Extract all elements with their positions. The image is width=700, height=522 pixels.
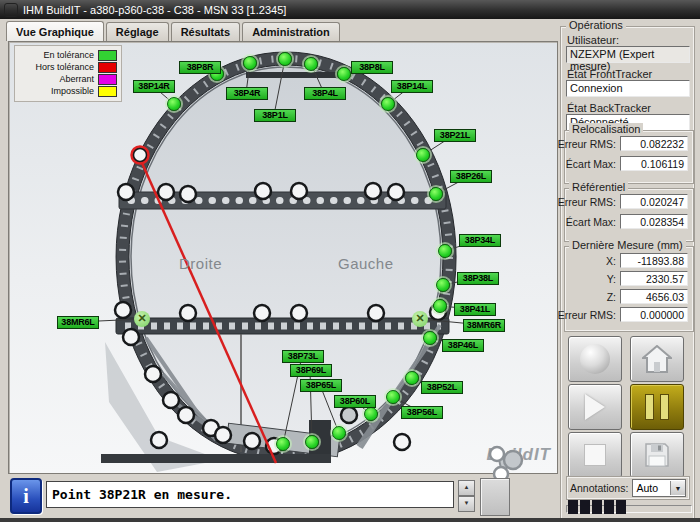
point-dot-38P4L[interactable] (304, 57, 318, 71)
point-dot-38P69L[interactable] (305, 435, 319, 449)
point-label-38P69L[interactable]: 38P69L (290, 364, 332, 377)
legend-swatch (98, 50, 117, 61)
stop-button[interactable] (568, 432, 622, 478)
point-label-38P4R[interactable]: 38P4R (226, 87, 268, 100)
legend-item: Aberrant (17, 73, 117, 85)
pause-button[interactable] (630, 384, 684, 430)
point-dot-38P34L[interactable] (438, 244, 452, 258)
legend-swatch (98, 62, 117, 73)
point-dot-38P60L[interactable] (364, 407, 378, 421)
point-dot-38P41L[interactable] (433, 299, 447, 313)
point-dot-38P46L[interactable] (423, 331, 437, 345)
point-cross-38MR6L[interactable]: ✕ (134, 311, 150, 327)
point-dot-38P4R[interactable] (243, 56, 257, 70)
ref-rms-value: 0.020247 (620, 194, 688, 209)
scroll-down-button[interactable]: ▼ (458, 496, 475, 512)
reloc-rms-label: Erreur RMS: (558, 138, 616, 150)
legend-label: Impossible (51, 86, 94, 96)
point-dot-38P52L[interactable] (405, 371, 419, 385)
status-bar: i ▲ ▼ (0, 474, 556, 518)
operations-title: Opérations (566, 19, 626, 31)
point-dot-38P56L[interactable] (386, 390, 400, 404)
point-label-38P56L[interactable]: 38P56L (401, 406, 443, 419)
point-label-38P8L[interactable]: 38P8L (351, 61, 393, 74)
annotations-box: Annotations: Auto ▼ (566, 476, 690, 500)
ref-max-value: 0.028354 (620, 214, 688, 229)
point-label-38P14R[interactable]: 38P14R (133, 80, 175, 93)
pause-icon (645, 394, 669, 420)
point-cross-38MR6R[interactable]: ✕ (412, 311, 428, 327)
floppy-icon (643, 441, 671, 469)
point-label-38P14L[interactable]: 38P14L (391, 80, 433, 93)
tab-reglage[interactable]: Réglage (106, 22, 169, 41)
ref-rms-label: Erreur RMS: (558, 196, 616, 208)
mesure-rms-label: Erreur RMS: (558, 309, 616, 321)
legend-label: En tolérance (43, 50, 94, 60)
derniere-mesure-title: Dernière Mesure (mm) (569, 239, 686, 251)
graphic-viewport[interactable]: Droite Gauche 38P14R38P8R38P4R38P1L38P4L… (8, 41, 558, 474)
status-side-button[interactable] (480, 478, 510, 516)
z-label: Z: (607, 291, 616, 303)
ref-max-label: Écart Max: (566, 216, 616, 228)
legend-item: En tolérance (17, 49, 117, 61)
point-dot-38P21L[interactable] (416, 148, 430, 162)
play-icon (585, 394, 605, 420)
point-dot-38P73L[interactable] (276, 437, 290, 451)
legend-label: Hors tolérance (35, 62, 94, 72)
point-dot-38P65L[interactable] (332, 426, 346, 440)
operations-panel: Opérations Utilisateur: NZEXPM (Expert m… (558, 18, 698, 520)
point-dot-38P8L[interactable] (337, 67, 351, 81)
point-label-38P73L[interactable]: 38P73L (282, 350, 324, 363)
reloc-max-label: Écart Max: (566, 158, 616, 170)
point-label-38P41L[interactable]: 38P41L (454, 303, 496, 316)
point-label-38P60L[interactable]: 38P60L (334, 395, 376, 408)
point-dot-38P1L[interactable] (278, 52, 292, 66)
home-button[interactable] (630, 336, 684, 382)
referentiel-title: Référentiel (569, 181, 628, 193)
point-label-38P38L[interactable]: 38P38L (457, 272, 499, 285)
window-bottom-edge (0, 518, 700, 522)
point-label-38P4L[interactable]: 38P4L (304, 87, 346, 100)
point-label-38MR6R[interactable]: 38MR6R (463, 319, 505, 332)
annotations-select[interactable]: Auto ▼ (632, 479, 686, 497)
tab-vue-graphique[interactable]: Vue Graphique (6, 21, 104, 41)
buildit-logo: BuildIT (486, 445, 551, 465)
user-label: Utilisateur: (567, 34, 619, 46)
probe-button[interactable] (568, 336, 622, 382)
play-button[interactable] (568, 384, 622, 430)
point-label-38P1L[interactable]: 38P1L (254, 109, 296, 122)
annotations-label: Annotations: (570, 482, 628, 494)
sphere-icon (580, 344, 610, 374)
backtracker-label: État BackTracker (567, 102, 651, 114)
tab-strip: Vue Graphique Réglage Résultats Administ… (6, 22, 340, 41)
chevron-down-icon[interactable]: ▼ (670, 481, 685, 495)
z-value: 4656.03 (620, 289, 688, 304)
point-dot-38P38L[interactable] (436, 278, 450, 292)
point-label-38P8R[interactable]: 38P8R (179, 61, 221, 74)
tab-resultats[interactable]: Résultats (171, 22, 241, 41)
app-icon (4, 3, 18, 17)
point-label-38P46L[interactable]: 38P46L (442, 339, 484, 352)
point-label-38MR6L[interactable]: 38MR6L (57, 316, 99, 329)
fronttracker-field[interactable]: Connexion (566, 80, 690, 97)
home-icon (642, 345, 672, 373)
point-label-38P52L[interactable]: 38P52L (421, 381, 463, 394)
info-icon: i (10, 478, 42, 514)
tolerance-legend: En toléranceHors toléranceAberrantImposs… (14, 45, 122, 102)
point-dot-38P26L[interactable] (429, 187, 443, 201)
point-label-38P34L[interactable]: 38P34L (459, 234, 501, 247)
save-button[interactable] (630, 432, 684, 478)
window-title: IHM BuildIT - a380-p360-c38 - C38 - MSN … (23, 4, 286, 16)
referentiel-groupbox: Référentiel Erreur RMS: 0.020247 Écart M… (564, 188, 694, 242)
point-label-38P21L[interactable]: 38P21L (434, 129, 476, 142)
scroll-up-button[interactable]: ▲ (458, 480, 475, 496)
y-value: 2330.57 (620, 271, 688, 286)
annotations-value: Auto (636, 482, 658, 494)
point-label-38P65L[interactable]: 38P65L (300, 379, 342, 392)
point-dot-38P14R[interactable] (167, 97, 181, 111)
tab-administration[interactable]: Administration (242, 22, 340, 41)
point-dot-38P14L[interactable] (381, 97, 395, 111)
point-label-38P26L[interactable]: 38P26L (450, 170, 492, 183)
stop-icon (584, 444, 606, 466)
status-message-input[interactable] (46, 481, 454, 508)
